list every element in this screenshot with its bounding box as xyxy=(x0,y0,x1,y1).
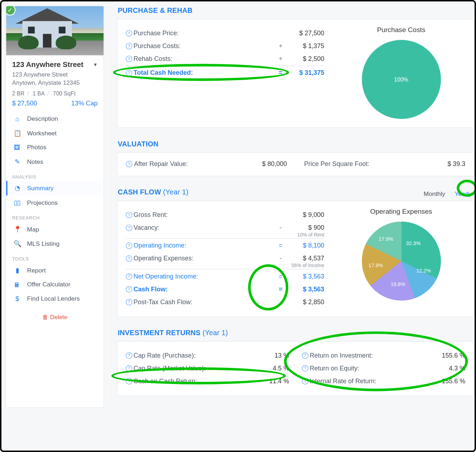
section-title-valuation: VALUATION xyxy=(118,140,474,148)
toggle-monthly[interactable]: Monthly xyxy=(424,190,445,197)
help-icon[interactable]: ? xyxy=(126,224,132,231)
sidebar-item-photos[interactable]: 🖼Photos xyxy=(6,140,104,155)
sidebar-item-description[interactable]: ⌂Description xyxy=(6,111,104,126)
cash-on-cash-value: 11.4 % xyxy=(251,377,289,384)
help-icon[interactable]: ? xyxy=(126,56,132,62)
group-research: RESEARCH xyxy=(6,210,104,222)
help-icon[interactable]: ? xyxy=(126,365,132,372)
toggle-yearly[interactable]: Yearly xyxy=(455,190,472,197)
piechart-icon: ◔ xyxy=(14,184,21,192)
help-icon[interactable]: ? xyxy=(126,43,132,49)
help-icon[interactable]: ? xyxy=(126,212,132,218)
chart-title-expenses: Operating Expenses xyxy=(370,208,432,216)
help-icon[interactable]: ? xyxy=(126,70,132,76)
address-line2: Anytown, Anystate 12345 xyxy=(12,79,98,87)
calculator-icon: 🖩 xyxy=(14,281,21,288)
main-content: PURCHASE & REHAB ?Purchase Price:$ 27,50… xyxy=(117,6,474,408)
sidebar-item-report[interactable]: ▮Report xyxy=(6,263,104,277)
group-analysis: ANALYSIS xyxy=(6,169,104,181)
group-tools: TOOLS xyxy=(6,251,104,263)
property-photo: ✓ xyxy=(6,6,104,55)
image-icon: 🖼 xyxy=(14,144,21,151)
verified-icon: ✓ xyxy=(6,6,16,16)
cash-flow-label: Cash Flow: xyxy=(134,285,275,292)
pie-chart-purchase: 100% xyxy=(362,40,441,119)
total-cash-needed-value: $ 31,375 xyxy=(286,69,324,76)
sidebar-item-worksheet[interactable]: 📋Worksheet xyxy=(6,126,104,140)
period-toggle: Monthly Yearly xyxy=(416,190,472,197)
property-meta: 2 BR/ 1 BA/ 700 SqFt xyxy=(12,90,98,97)
search-icon: 🔍 xyxy=(14,240,21,248)
document-icon: ▮ xyxy=(14,266,21,274)
sidebar-item-lenders[interactable]: $Find Local Lenders xyxy=(6,292,104,306)
section-title-returns: INVESTMENT RETURNS (Year 1) xyxy=(118,329,474,337)
help-icon[interactable]: ? xyxy=(126,161,132,167)
clipboard-icon: 📋 xyxy=(14,129,21,137)
help-icon[interactable]: ? xyxy=(126,378,132,384)
property-sidebar: ✓ 123 Anywhere Street ▼ 123 Anywhere Str… xyxy=(6,6,104,408)
cap-rate: 13% Cap xyxy=(71,99,98,106)
help-icon[interactable]: ? xyxy=(302,378,309,384)
help-icon[interactable]: ? xyxy=(302,352,309,359)
help-icon[interactable]: ? xyxy=(126,243,132,249)
home-icon: ⌂ xyxy=(14,115,21,122)
pie-chart-expenses: 32.3% 12.2% 19.8% 17.9% 17.9% xyxy=(362,222,441,301)
barchart-icon: ▯▯ xyxy=(14,199,21,207)
sidebar-item-mls[interactable]: 🔍MLS Listing xyxy=(6,237,104,251)
list-price: $ 27,500 xyxy=(12,99,37,106)
dollar-icon: $ xyxy=(14,295,21,302)
delete-button[interactable]: 🗑Delete xyxy=(6,308,104,322)
sidebar-item-projections[interactable]: ▯▯Projections xyxy=(6,196,104,210)
help-icon[interactable]: ? xyxy=(126,299,132,305)
pencil-icon: ✎ xyxy=(14,158,21,166)
section-title-purchase: PURCHASE & REHAB xyxy=(118,6,474,15)
help-icon[interactable]: ? xyxy=(302,365,309,372)
total-cash-needed-label: Total Cash Needed: xyxy=(134,69,275,76)
address-dropdown[interactable]: 123 Anywhere Street ▼ xyxy=(12,61,98,69)
trash-icon: 🗑 xyxy=(42,313,48,320)
sidebar-item-notes[interactable]: ✎Notes xyxy=(6,154,104,169)
help-icon[interactable]: ? xyxy=(126,255,132,262)
help-icon[interactable]: ? xyxy=(126,273,132,280)
help-icon[interactable]: ? xyxy=(126,352,132,359)
cash-on-cash-label: Cash on Cash Return: xyxy=(134,377,251,384)
address-line1: 123 Anywhere Street xyxy=(12,71,98,79)
help-icon[interactable]: ? xyxy=(126,30,132,36)
address-title: 123 Anywhere Street xyxy=(12,61,83,69)
sidebar-item-offer-calc[interactable]: 🖩Offer Calculator xyxy=(6,277,104,292)
sidebar-item-summary[interactable]: ◔Summary xyxy=(6,181,104,196)
help-icon[interactable]: ? xyxy=(126,286,132,292)
caret-down-icon: ▼ xyxy=(93,62,98,67)
cash-flow-value: $ 3,563 xyxy=(286,285,324,292)
pin-icon: 📍 xyxy=(14,225,21,233)
sidebar-item-map[interactable]: 📍Map xyxy=(6,222,104,237)
chart-title-purchase: Purchase Costs xyxy=(377,26,425,34)
